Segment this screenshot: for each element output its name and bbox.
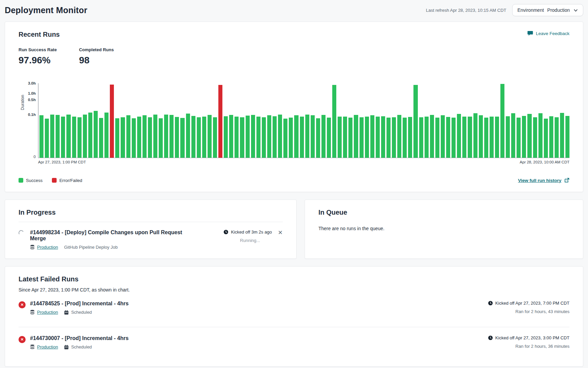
run-bar[interactable] bbox=[452, 118, 456, 158]
run-bar[interactable] bbox=[538, 113, 543, 158]
run-bar[interactable] bbox=[348, 118, 352, 158]
run-bar[interactable] bbox=[544, 119, 548, 158]
run-bar[interactable] bbox=[343, 117, 347, 158]
run-bar[interactable] bbox=[462, 117, 466, 158]
run-bar[interactable] bbox=[381, 116, 385, 158]
view-full-run-history-link[interactable]: View full run history bbox=[518, 178, 569, 183]
run-bar[interactable] bbox=[413, 85, 417, 158]
run-bar[interactable] bbox=[262, 117, 266, 158]
environment-link[interactable]: Production bbox=[37, 245, 58, 250]
run-bar[interactable] bbox=[197, 117, 201, 158]
run-bar[interactable] bbox=[104, 113, 109, 158]
run-bar[interactable] bbox=[88, 113, 92, 158]
run-bar[interactable] bbox=[517, 118, 521, 158]
run-bar[interactable] bbox=[365, 117, 369, 158]
run-bar[interactable] bbox=[126, 115, 130, 158]
run-bar[interactable] bbox=[316, 118, 320, 158]
run-bar[interactable] bbox=[560, 113, 564, 158]
environment-link[interactable]: Production bbox=[37, 344, 58, 349]
run-bar[interactable] bbox=[305, 115, 309, 158]
run-bar[interactable] bbox=[300, 117, 304, 158]
run-bar[interactable] bbox=[132, 118, 136, 158]
run-bar[interactable] bbox=[39, 115, 43, 158]
run-bar[interactable] bbox=[527, 114, 531, 158]
run-bar[interactable] bbox=[419, 117, 423, 158]
run-bar[interactable] bbox=[549, 116, 553, 158]
environment-dropdown[interactable]: Environment Production bbox=[512, 4, 583, 16]
run-bar[interactable] bbox=[229, 115, 233, 158]
run-bar[interactable] bbox=[99, 118, 103, 158]
run-bar[interactable] bbox=[490, 117, 494, 158]
run-bar[interactable] bbox=[153, 115, 157, 158]
run-bar[interactable] bbox=[506, 116, 510, 158]
run-bar[interactable] bbox=[457, 114, 461, 158]
run-bar[interactable] bbox=[278, 115, 282, 158]
run-bar[interactable] bbox=[321, 115, 326, 158]
run-bar[interactable] bbox=[522, 116, 526, 158]
run-bar[interactable] bbox=[175, 117, 179, 158]
run-bar[interactable] bbox=[555, 117, 559, 158]
run-bar[interactable] bbox=[370, 115, 374, 158]
run-bar[interactable] bbox=[425, 117, 429, 158]
run-bar[interactable] bbox=[224, 116, 228, 158]
run-bar[interactable] bbox=[56, 115, 60, 158]
run-bar[interactable] bbox=[283, 119, 287, 158]
run-bar[interactable] bbox=[511, 113, 515, 158]
run-bar[interactable] bbox=[403, 118, 407, 158]
run-bar[interactable] bbox=[208, 115, 212, 158]
run-bar[interactable] bbox=[218, 85, 222, 158]
run-bar[interactable] bbox=[435, 118, 439, 158]
run-bar[interactable] bbox=[169, 115, 174, 158]
run-bar[interactable] bbox=[267, 115, 271, 158]
run-bar[interactable] bbox=[430, 115, 434, 158]
run-bar[interactable] bbox=[186, 114, 190, 158]
environment-link[interactable]: Production bbox=[37, 310, 58, 315]
run-bar[interactable] bbox=[159, 118, 163, 158]
run-bar[interactable] bbox=[500, 84, 504, 158]
run-bar[interactable] bbox=[484, 118, 488, 158]
run-bar[interactable] bbox=[446, 117, 450, 158]
run-bar[interactable] bbox=[376, 117, 380, 158]
run-bar[interactable] bbox=[441, 115, 445, 158]
run-bar[interactable] bbox=[533, 117, 537, 158]
run-bar[interactable] bbox=[72, 117, 76, 158]
run-bar[interactable] bbox=[137, 117, 141, 158]
run-bar[interactable] bbox=[235, 117, 239, 158]
run-bar[interactable] bbox=[61, 117, 65, 158]
run-bar[interactable] bbox=[392, 117, 396, 158]
run-bar[interactable] bbox=[240, 117, 244, 158]
cancel-run-button[interactable]: ✕ bbox=[278, 229, 283, 236]
run-bar[interactable] bbox=[479, 115, 483, 158]
run-bar[interactable] bbox=[148, 117, 152, 158]
run-bar[interactable] bbox=[164, 115, 168, 158]
run-bar[interactable] bbox=[251, 115, 255, 158]
run-bar[interactable] bbox=[180, 118, 184, 158]
run-bar[interactable] bbox=[246, 116, 250, 158]
run-bar[interactable] bbox=[273, 116, 277, 158]
leave-feedback-link[interactable]: Leave Feedback bbox=[527, 31, 569, 36]
run-bar[interactable] bbox=[338, 117, 342, 158]
run-bar[interactable] bbox=[143, 115, 147, 158]
run-bar[interactable] bbox=[360, 117, 364, 158]
run-bar[interactable] bbox=[83, 115, 87, 158]
run-bar[interactable] bbox=[213, 117, 217, 158]
run-bar[interactable] bbox=[94, 111, 98, 158]
run-bar[interactable] bbox=[256, 117, 260, 158]
run-bar[interactable] bbox=[332, 85, 336, 158]
run-bar[interactable] bbox=[45, 119, 49, 158]
run-bar[interactable] bbox=[565, 116, 569, 158]
run-bar[interactable] bbox=[294, 115, 298, 158]
run-bar[interactable] bbox=[66, 115, 70, 158]
run-bar[interactable] bbox=[311, 115, 315, 158]
run-bar[interactable] bbox=[354, 115, 358, 158]
run-bar[interactable] bbox=[289, 118, 293, 158]
run-bar[interactable] bbox=[495, 117, 499, 158]
run-bar[interactable] bbox=[408, 117, 412, 158]
run-bar[interactable] bbox=[327, 118, 331, 158]
run-bar[interactable] bbox=[397, 115, 401, 158]
run-bar[interactable] bbox=[191, 116, 195, 158]
run-bar[interactable] bbox=[110, 85, 114, 158]
run-bar[interactable] bbox=[78, 117, 82, 158]
run-bar[interactable] bbox=[468, 117, 472, 158]
run-bar[interactable] bbox=[473, 113, 477, 158]
